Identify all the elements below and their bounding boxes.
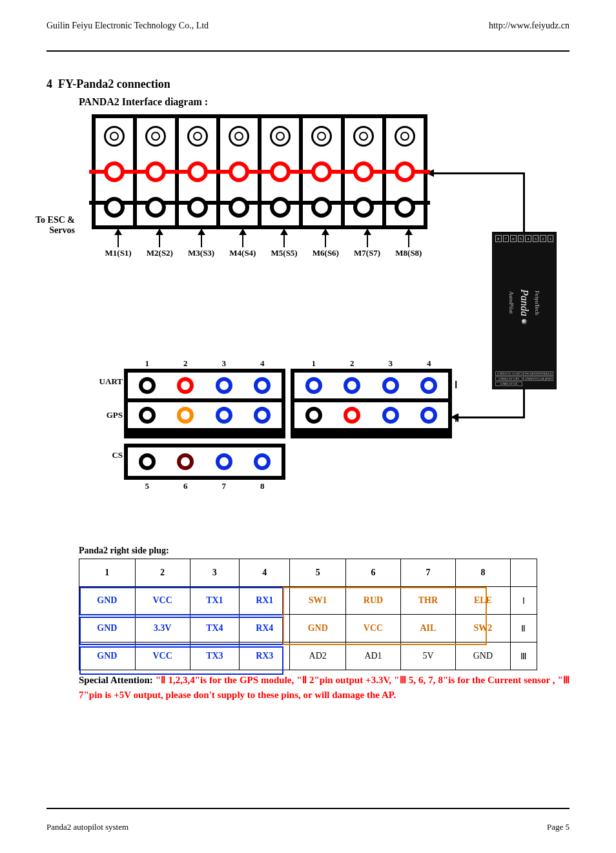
rx-pin-icon: [254, 453, 271, 470]
table-row: GND VCC TX3 RX3 AD2 AD1 5V GND Ⅲ: [79, 642, 537, 670]
divider-bottom: [46, 808, 570, 809]
section-heading: FY-Panda2 connection: [58, 77, 170, 90]
signal-pin-icon: [311, 126, 332, 147]
gnd-pin-icon: [395, 197, 415, 218]
vcc-pin-icon: [270, 161, 291, 182]
gnd-pin-icon: [311, 197, 332, 218]
header-company: Guilin Feiyu Electronic Technology Co., …: [46, 21, 209, 30]
pin-box: 2: [540, 235, 546, 242]
section-title: 4 FY-Panda2 connection: [46, 77, 570, 91]
arrow-up-icon: [325, 229, 326, 247]
gnd-pin-icon: [139, 453, 156, 470]
tx-pin-icon: [216, 377, 232, 394]
pin-row-gps: [128, 402, 282, 428]
tx-pin-icon: [216, 407, 232, 424]
signal-pin-icon: [305, 377, 322, 394]
vcc-pin-icon: [311, 161, 332, 182]
arrow-up-icon: [242, 229, 243, 247]
gnd-pin-icon: [104, 197, 125, 218]
gnd-pin-icon: [229, 197, 249, 218]
pin-box: 6: [510, 235, 517, 242]
gnd-pin-icon: [270, 197, 291, 218]
pin-box: 5: [518, 235, 524, 242]
arrow-up-icon: [118, 229, 119, 247]
motor-label-4: M4(S4): [224, 229, 262, 258]
divider-top: [46, 50, 570, 52]
header: Guilin Feiyu Electronic Technology Co., …: [46, 21, 570, 31]
pin-table: 1 2 3 4 5 6 7 8 GND VCC TX1: [79, 559, 537, 670]
pin-row-cs: [128, 447, 282, 476]
header-url: http://www.feiyudz.cn: [489, 21, 570, 31]
diagram: To ESC & Servos M1(S1) M2(S2) M3(S3) M4(…: [79, 114, 557, 528]
power-rail-gnd: [89, 201, 430, 205]
signal-pin-icon: [382, 377, 399, 394]
gnd-pin-icon: [139, 407, 156, 424]
row-label-gps: GPS: [80, 410, 123, 420]
pin-block-left: [124, 369, 285, 438]
gnd-pin-icon: [139, 377, 156, 394]
signal-pin-icon: [382, 407, 399, 424]
block2-col-labels: 1 2 3 4: [294, 358, 448, 369]
motor-label-3: M3(S3): [183, 229, 220, 258]
module-brand-right: FeiyuTech: [534, 291, 540, 315]
signal-pin-icon: [187, 126, 208, 147]
servo-block: [92, 114, 427, 229]
rx-pin-icon: [254, 407, 271, 424]
signal-pin-icon: [344, 377, 360, 394]
autopilot-module: 8 7 6 5 4 3 2 1 AutoPilot Panda FeiyuTec…: [492, 232, 557, 389]
signal-pin-icon: [420, 377, 437, 394]
module-top-pins: 8 7 6 5 4 3 2 1: [495, 235, 553, 242]
wire-servo-to-ap-vert: [523, 172, 525, 234]
power-rail-vcc: [89, 170, 430, 174]
footer: Panda2 autopilot system Page 5: [46, 822, 570, 832]
arrow-up-icon: [408, 229, 409, 247]
pin-row-i: [294, 373, 448, 398]
signal-pin-icon: [353, 126, 374, 147]
vcc-pin-icon: [344, 407, 360, 424]
block1-col-labels: 1 2 3 4: [128, 358, 282, 369]
v33-pin-icon: [177, 407, 194, 424]
gnd-pin-icon: [305, 407, 322, 424]
pin-box: 8: [495, 235, 502, 242]
warning-text: Special Attention: "Ⅱ 1,2,3,4"is for the…: [79, 673, 570, 703]
pin-block-cs: [124, 444, 285, 480]
motor-label-7: M7(S7): [349, 229, 386, 258]
module-led-icon: [522, 319, 527, 324]
vcc-pin-icon: [229, 161, 249, 182]
rx-pin-icon: [254, 377, 271, 394]
motor-label-1: M1(S1): [99, 229, 137, 258]
footer-right: Page 5: [547, 822, 570, 832]
row-label-uart: UART: [80, 376, 123, 387]
signal-pin-icon: [420, 407, 437, 424]
block3-col-labels: 5 6 7 8: [128, 481, 282, 491]
pin-box: 4: [525, 235, 531, 242]
motor-label-2: M2(S2): [141, 229, 178, 258]
gnd-pin-icon: [187, 197, 208, 218]
tx-pin-icon: [216, 453, 232, 470]
module-bottom-labels: GND|VCC UART GND|3.3V GPS GND| 5V CS SW1…: [495, 371, 553, 386]
warn-body: "Ⅱ 1,2,3,4"is for the GPS module, "Ⅱ 2"p…: [79, 675, 570, 700]
gnd-pin-icon: [353, 197, 374, 218]
module-mid: AutoPilot Panda FeiyuTech: [495, 242, 553, 371]
module-brand: AutoPilot: [508, 291, 515, 314]
vcc-pin-icon: [177, 377, 194, 394]
signal-pin-icon: [104, 126, 125, 147]
diagram-subtitle: PANDA2 Interface diagram :: [79, 96, 570, 108]
signal-pin-icon: [229, 126, 249, 147]
wire-servo-to-ap: [427, 172, 524, 174]
vcc-pin-icon: [395, 161, 415, 182]
vcc-pin-icon: [145, 161, 166, 182]
arrow-up-icon: [159, 229, 160, 247]
row-label-cs: CS: [80, 450, 123, 460]
signal-pin-icon: [395, 126, 415, 147]
gnd-pin-icon: [145, 197, 166, 218]
pin-block-right: [291, 369, 452, 438]
motor-label-6: M6(S6): [307, 229, 344, 258]
motor-label-5: M5(S5): [265, 229, 303, 258]
block2-row1-roman: Ⅰ: [455, 379, 457, 391]
arrow-up-icon: [367, 229, 368, 247]
arrow-up-icon: [201, 229, 202, 247]
arrow-up-icon: [283, 229, 285, 247]
pin-box: 1: [548, 235, 554, 242]
page: Guilin Feiyu Electronic Technology Co., …: [0, 0, 616, 853]
